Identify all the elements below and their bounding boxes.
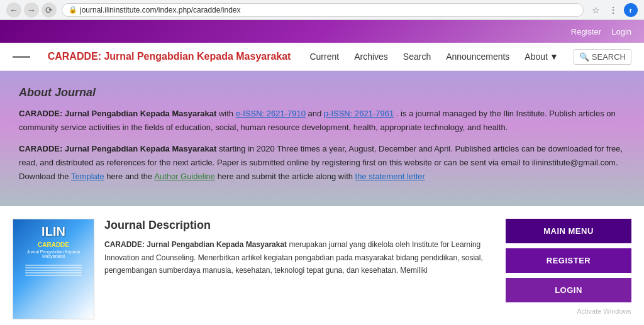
cover-ilin-text: ILIN xyxy=(42,224,65,239)
lock-icon: 🔒 xyxy=(69,6,77,14)
site-header: CARADDE: Jurnal Pengabdian Kepada Masyar… xyxy=(0,43,644,71)
forward-button[interactable]: → xyxy=(24,3,39,18)
sidebar: MAIN MENU REGISTER LOGIN Activate Window… xyxy=(506,219,631,319)
about-para2-end: here and submit the article along with xyxy=(218,172,355,181)
main-content: ILIN CARADDE Jurnal Pengabdian Kepada Ma… xyxy=(0,206,644,325)
author-guideline-link[interactable]: Author Guideline xyxy=(154,172,215,181)
search-icon: 🔍 xyxy=(579,52,589,62)
about-para2-mid: here and the xyxy=(106,172,154,181)
journal-description: Journal Description CARADDE: Jurnal Peng… xyxy=(104,219,493,319)
e-issn-link[interactable]: e-ISSN: 2621-7910 xyxy=(236,109,306,118)
login-top-link[interactable]: Login xyxy=(611,27,631,36)
nav-archives[interactable]: Archives xyxy=(348,48,394,65)
about-section: About Journal CARADDE: Jurnal Pengabdian… xyxy=(0,71,644,206)
cover-line-5 xyxy=(25,275,82,276)
browser-right-icons: ☆ ⋮ r xyxy=(589,3,638,17)
main-nav: Current Archives Search Announcements Ab… xyxy=(303,48,631,65)
p-issn-link[interactable]: p-ISSN: 2621-7961 xyxy=(324,109,394,118)
cover-caradde-text: CARADDE xyxy=(38,241,69,248)
login-sidebar-button[interactable]: LOGIN xyxy=(506,278,631,302)
template-link[interactable]: Template xyxy=(71,172,104,181)
journal-left: ILIN CARADDE Jurnal Pengabdian Kepada Ma… xyxy=(13,219,493,319)
browser-chrome: ← → ⟳ 🔒 journal.ilininstitute.com/index.… xyxy=(0,0,644,20)
logo-line xyxy=(13,56,30,58)
about-para2-bold: CARADDE: Jurnal Pengabdian Kepada Masyar… xyxy=(19,144,216,153)
nav-about-dropdown[interactable]: About ▼ xyxy=(518,48,564,65)
cover-line-2 xyxy=(25,267,82,268)
back-button[interactable]: ← xyxy=(6,3,21,18)
cover-line-1 xyxy=(25,265,82,266)
user-avatar[interactable]: r xyxy=(624,3,638,17)
nav-announcements[interactable]: Announcements xyxy=(440,48,516,65)
journal-cover-inner: ILIN CARADDE Jurnal Pengabdian Kepada Ma… xyxy=(13,219,94,319)
about-and: and xyxy=(308,109,324,118)
url-text: journal.ilininstitute.com/index.php/cara… xyxy=(80,6,241,14)
search-box[interactable]: 🔍 SEARCH xyxy=(574,49,631,65)
register-sidebar-button[interactable]: REGISTER xyxy=(506,248,631,273)
cover-line-3 xyxy=(25,270,82,271)
top-bar: Register Login xyxy=(0,20,644,43)
menu-icon[interactable]: ⋮ xyxy=(606,3,620,17)
journal-desc-title: Journal Description xyxy=(104,219,493,232)
chevron-down-icon: ▼ xyxy=(550,52,558,62)
watermark-text: Activate Windows xyxy=(506,307,631,315)
cover-sub-text: Jurnal Pengabdian Kepada Masyarakat xyxy=(18,250,89,258)
register-top-link[interactable]: Register xyxy=(571,27,601,36)
nav-about-label: About xyxy=(525,52,548,62)
refresh-button[interactable]: ⟳ xyxy=(42,3,57,18)
cover-decorative-lines xyxy=(25,263,82,277)
about-title: About Journal xyxy=(19,86,625,99)
cover-line-4 xyxy=(25,272,82,273)
about-para2: CARADDE: Jurnal Pengabdian Kepada Masyar… xyxy=(19,142,625,184)
about-para1: CARADDE: Jurnal Pengabdian Kepada Masyar… xyxy=(19,107,625,135)
nav-current[interactable]: Current xyxy=(303,48,345,65)
address-bar[interactable]: 🔒 journal.ilininstitute.com/index.php/ca… xyxy=(62,3,584,17)
search-label: SEARCH xyxy=(592,52,626,62)
browser-navigation: ← → ⟳ xyxy=(6,3,57,18)
site-title: CARADDE: Jurnal Pengabdian Kepada Masyar… xyxy=(48,51,291,62)
statement-letter-link[interactable]: the statement letter xyxy=(355,172,425,181)
main-menu-button[interactable]: MAIN MENU xyxy=(506,219,631,243)
journal-cover: ILIN CARADDE Jurnal Pengabdian Kepada Ma… xyxy=(13,219,94,319)
about-para1-bold: CARADDE: Jurnal Pengabdian Kepada Masyar… xyxy=(19,109,216,118)
nav-search[interactable]: Search xyxy=(397,48,437,65)
about-para1-mid: with xyxy=(219,109,236,118)
star-icon[interactable]: ☆ xyxy=(589,3,602,17)
journal-desc-bold: CARADDE: Jurnal Pengabdian Kepada Masyar… xyxy=(104,240,287,249)
journal-desc-text: CARADDE: Jurnal Pengabdian Kepada Masyar… xyxy=(104,238,493,277)
